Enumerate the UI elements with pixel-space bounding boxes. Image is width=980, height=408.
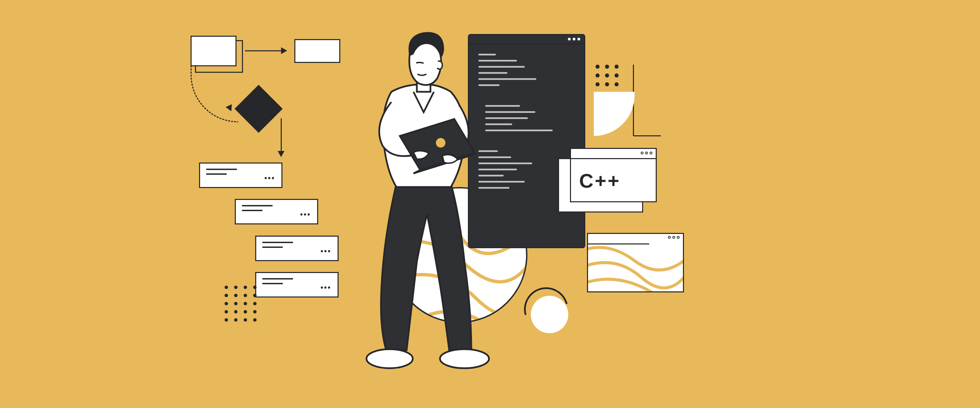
corner-line-icon <box>633 135 661 137</box>
window-controls-icon <box>641 152 652 154</box>
arrow-right-icon <box>245 50 286 51</box>
person-illustration <box>328 24 526 371</box>
ellipsis-icon: ••• <box>264 174 275 183</box>
dot-grid-icon <box>224 286 258 322</box>
illustration-canvas: Developer with laptop surrounded by prog… <box>0 0 980 408</box>
svg-point-0 <box>366 349 413 368</box>
window-title-bar <box>571 149 656 159</box>
dot-grid-icon <box>595 65 619 86</box>
flowchart-decision-diamond <box>234 85 282 133</box>
list-item: ••• <box>255 272 339 297</box>
wavy-pattern-card <box>587 233 684 292</box>
list-item: ••• <box>255 236 339 261</box>
quarter-shape-icon <box>594 92 635 136</box>
dashed-arrow-icon <box>191 61 238 122</box>
window-controls-icon <box>568 38 580 40</box>
window-controls-icon <box>668 236 679 239</box>
list-item: ••• <box>235 199 318 224</box>
list-item: ••• <box>199 162 282 188</box>
code-window: C++ <box>570 148 657 202</box>
code-window-label: C++ <box>571 159 656 202</box>
svg-point-2 <box>436 138 445 148</box>
svg-point-1 <box>440 349 489 368</box>
ellipsis-icon: ••• <box>300 210 311 219</box>
arrow-down-icon <box>281 118 282 156</box>
